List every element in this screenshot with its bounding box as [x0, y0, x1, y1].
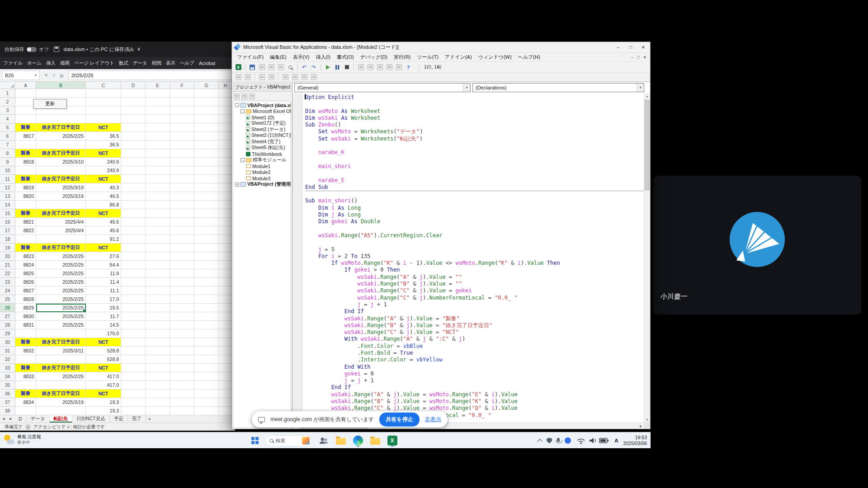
cell-D36[interactable]: [121, 389, 146, 398]
toolbox-button[interactable]: [395, 63, 403, 71]
cell-E20[interactable]: [146, 252, 170, 261]
cell-F20[interactable]: [170, 252, 194, 261]
cell-B37[interactable]: 2025/3/19: [36, 398, 86, 407]
sheet-scroll-right-icon[interactable]: ▶: [7, 415, 14, 422]
properties-window-button[interactable]: [376, 63, 384, 71]
sheet-tab-5[interactable]: 予定: [110, 415, 128, 422]
cell-H17[interactable]: [219, 226, 232, 235]
child-restore-button[interactable]: □: [637, 55, 639, 60]
cell-A38[interactable]: [15, 407, 36, 415]
cell-B8[interactable]: 抜き完了日予定日: [36, 149, 86, 158]
cell-E17[interactable]: [146, 226, 170, 235]
cell-E35[interactable]: [146, 381, 170, 389]
cell-C28[interactable]: 14.5: [86, 321, 121, 329]
cell-D12[interactable]: [121, 183, 146, 192]
ime-indicator[interactable]: A: [614, 438, 618, 443]
comment-block-button[interactable]: [291, 73, 299, 81]
row-header-16[interactable]: 16: [0, 218, 15, 226]
cell-B27[interactable]: 2025/2/25: [36, 312, 86, 321]
cell-A16[interactable]: 8821: [15, 218, 36, 226]
cell-E21[interactable]: [146, 261, 170, 269]
column-header-B[interactable]: B: [36, 82, 86, 89]
ribbon-tab-7[interactable]: データ: [131, 60, 150, 66]
cell-D18[interactable]: [121, 235, 146, 244]
sheet-tab-6[interactable]: 完了: [128, 415, 146, 422]
cell-G27[interactable]: [194, 312, 219, 321]
cell-H25[interactable]: [219, 295, 232, 304]
bookmark-button[interactable]: [310, 73, 318, 81]
row-header-37[interactable]: 37: [0, 398, 15, 407]
cell-E3[interactable]: [146, 106, 170, 115]
view-code-button[interactable]: [234, 94, 240, 99]
project-panel-close-icon[interactable]: ✕: [290, 85, 291, 89]
cell-H13[interactable]: [219, 192, 232, 201]
row-header-3[interactable]: 3: [0, 106, 15, 115]
cell-G3[interactable]: [194, 106, 219, 115]
code-line-33[interactable]: wsSaki.Range("A" & j).Value = "製番": [305, 315, 644, 322]
cell-C26[interactable]: 15.5: [86, 304, 121, 312]
cell-H12[interactable]: [219, 183, 232, 192]
row-header-26[interactable]: 26: [0, 304, 15, 312]
accessibility-status[interactable]: アクセシビリティ: 検討が必要です: [33, 424, 105, 430]
cell-E38[interactable]: [146, 407, 170, 415]
maximize-button[interactable]: □: [627, 45, 635, 50]
cell-G33[interactable]: [194, 364, 219, 372]
cell-H3[interactable]: [219, 106, 232, 115]
row-header-5[interactable]: 5: [0, 123, 15, 132]
column-header-D[interactable]: D: [121, 82, 146, 89]
cell-H35[interactable]: [219, 381, 232, 389]
cell-G36[interactable]: [194, 389, 219, 398]
code-line-20[interactable]: [305, 225, 644, 232]
cell-D21[interactable]: [121, 261, 146, 269]
cell-G17[interactable]: [194, 226, 219, 235]
cell-E1[interactable]: [146, 89, 170, 98]
code-line-44[interactable]: wsSaki.Range("A" & j).Value = wsMoto.Ran…: [305, 391, 644, 398]
cell-G2[interactable]: [194, 98, 219, 106]
code-line-3[interactable]: Dim wsMoto As Worksheet: [305, 108, 644, 115]
vbe-menu-9[interactable]: アドイン(A): [442, 54, 475, 61]
hide-banner-link[interactable]: 非表示: [425, 416, 443, 423]
cell-H22[interactable]: [219, 269, 232, 278]
project-tree-item-7[interactable]: Sheet4 (完了): [233, 139, 291, 145]
cell-E19[interactable]: [146, 244, 170, 252]
cell-H15[interactable]: [219, 209, 232, 218]
cell-D19[interactable]: [121, 244, 146, 252]
cell-G28[interactable]: [194, 321, 219, 329]
cell-C4[interactable]: [86, 115, 121, 123]
cell-B25[interactable]: 2025/2/25: [36, 295, 86, 304]
outdent-button[interactable]: [267, 73, 275, 81]
tree-expander-icon[interactable]: -: [235, 103, 239, 107]
cell-A27[interactable]: 8830: [15, 312, 36, 321]
vbe-menu-11[interactable]: ヘルプ(H): [515, 54, 543, 61]
cell-H30[interactable]: [219, 338, 232, 347]
cell-H8[interactable]: [219, 149, 232, 158]
column-header-F[interactable]: F: [170, 82, 194, 89]
cell-H27[interactable]: [219, 312, 232, 321]
vbe-menu-1[interactable]: ファイル(F): [234, 54, 267, 61]
cell-B14[interactable]: [36, 201, 86, 209]
cell-D2[interactable]: [121, 98, 146, 106]
reset-button[interactable]: [343, 63, 351, 71]
scroll-right-icon[interactable]: ▶: [638, 423, 644, 429]
project-tree-item-5[interactable]: Sheet2 (データ): [233, 127, 291, 133]
cell-H33[interactable]: [219, 364, 232, 372]
row-header-19[interactable]: 19: [0, 244, 15, 252]
cell-D4[interactable]: [121, 115, 146, 123]
cell-F21[interactable]: [170, 261, 194, 269]
code-line-43[interactable]: End If: [305, 384, 644, 391]
cell-F6[interactable]: [170, 132, 194, 141]
sheet-tab-1[interactable]: D: [14, 415, 27, 422]
cell-F4[interactable]: [170, 115, 194, 123]
cut-button[interactable]: [258, 63, 266, 71]
code-line-38[interactable]: .Font.Bold = True: [305, 350, 644, 357]
project-tree-item-13[interactable]: Module3: [233, 175, 291, 182]
cell-C5[interactable]: NCT: [86, 123, 121, 132]
cell-H24[interactable]: [219, 286, 232, 295]
code-line-7[interactable]: Set wsSaki = Worksheets("転記先"): [305, 136, 644, 142]
project-tree-item-9[interactable]: ThisWorkbook: [233, 151, 291, 157]
cell-A10[interactable]: [15, 166, 36, 175]
cell-D13[interactable]: [121, 192, 146, 201]
cell-A29[interactable]: [15, 329, 36, 338]
code-line-36[interactable]: With wsSaki.Range("A" & j & ":C" & j): [305, 336, 644, 343]
row-header-11[interactable]: 11: [0, 175, 15, 183]
